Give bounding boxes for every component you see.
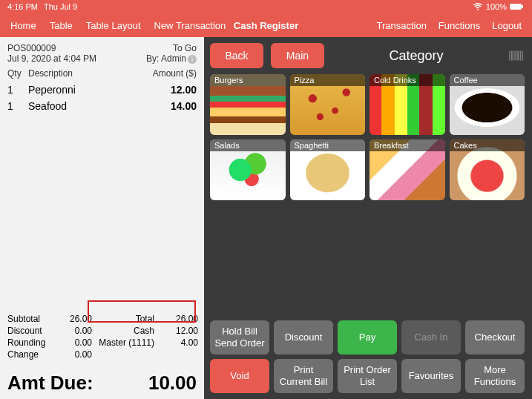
status-time: 4:16 PM [7, 2, 38, 11]
barcode-icon[interactable] [508, 49, 525, 62]
lbl-rounding: Rounding [7, 337, 52, 348]
item-desc: Peperonni [28, 84, 171, 96]
page-title: Cash Register [234, 20, 298, 31]
print-bill-button[interactable]: Print Current Bill [274, 359, 333, 393]
item-amount: 12.00 [171, 84, 197, 96]
back-button[interactable]: Back [210, 43, 263, 68]
svg-point-0 [477, 9, 479, 10]
item-qty: 1 [7, 84, 28, 96]
category-panel: Back Main Category BurgersPizzaCold Drin… [204, 37, 532, 399]
status-bar: 4:16 PM Thu Jul 9 100% [0, 0, 532, 13]
col-qty: Qty [7, 68, 28, 79]
category-spaghetti[interactable]: Spaghetti [290, 139, 366, 200]
item-amount: 14.00 [171, 100, 197, 112]
val-discount: 0.00 [55, 326, 92, 336]
val-master: 4.00 [157, 337, 198, 348]
line-item[interactable]: 1Seafood14.00 [7, 98, 197, 114]
line-item[interactable]: 1Peperonni12.00 [7, 82, 197, 98]
category-pizza[interactable]: Pizza [290, 74, 366, 135]
category-salads[interactable]: Salads [210, 139, 286, 200]
category-cakes[interactable]: Cakes [450, 139, 525, 200]
nav-transaction[interactable]: Transaction [376, 20, 426, 31]
category-label: Coffee [450, 74, 525, 86]
nav-bar: Home Table Table Layout New Transaction … [0, 13, 532, 37]
cash-in-button[interactable]: Cash In [401, 320, 461, 355]
category-label: Salads [210, 139, 286, 151]
amt-due-value: 10.00 [148, 372, 197, 395]
col-amount: Amount ($) [153, 68, 197, 79]
category-label: Spaghetti [290, 139, 366, 151]
svg-rect-2 [522, 5, 523, 8]
pay-button[interactable]: Pay [338, 320, 397, 355]
category-label: Cakes [450, 139, 525, 151]
lbl-subtotal: Subtotal [7, 314, 52, 324]
item-qty: 1 [7, 100, 28, 112]
val-change: 0.00 [55, 349, 92, 360]
favourites-button[interactable]: Favourites [401, 359, 461, 393]
category-cold-drinks[interactable]: Cold Drinks [370, 74, 445, 135]
order-datetime: Jul 9, 2020 at 4:04 PM [7, 53, 96, 64]
discount-button[interactable]: Discount [274, 320, 333, 355]
order-by: By: Admin [146, 53, 186, 64]
nav-home[interactable]: Home [10, 20, 36, 31]
status-date: Thu Jul 9 [38, 2, 473, 11]
val-rounding: 0.00 [55, 337, 92, 348]
void-button[interactable]: Void [210, 359, 269, 393]
nav-table[interactable]: Table [50, 20, 73, 31]
svg-rect-1 [510, 4, 522, 10]
nav-new-transaction[interactable]: New Transaction [154, 20, 226, 31]
info-icon[interactable]: i [188, 55, 197, 64]
col-desc: Description [28, 68, 153, 79]
order-number: POS000009 [7, 43, 96, 53]
category-burgers[interactable]: Burgers [210, 74, 286, 135]
lbl-discount: Discount [7, 326, 52, 336]
category-label: Breakfast [370, 139, 445, 151]
val-cash: 12.00 [157, 326, 198, 336]
hold-bill-button[interactable]: Hold Bill Send Order [210, 320, 269, 355]
lbl-master: Master (1111) [95, 337, 154, 348]
order-type: To Go [146, 43, 197, 53]
val-total: 26.00 [157, 314, 198, 324]
wifi-icon [473, 3, 483, 10]
battery-icon [510, 3, 525, 10]
amt-due-label: Amt Due: [7, 372, 93, 395]
print-order-list-button[interactable]: Print Order List [338, 359, 397, 393]
lbl-cash: Cash [95, 326, 154, 336]
nav-table-layout[interactable]: Table Layout [86, 20, 141, 31]
lbl-total: Total [95, 314, 154, 324]
more-functions-button[interactable]: More Functions [465, 359, 525, 393]
lbl-change: Change [7, 349, 52, 360]
category-label: Burgers [210, 74, 286, 86]
val-subtotal: 26.00 [55, 314, 92, 324]
category-title: Category [332, 48, 501, 64]
nav-functions[interactable]: Functions [439, 20, 480, 31]
checkout-button[interactable]: Checkout [465, 320, 525, 355]
category-breakfast[interactable]: Breakfast [370, 139, 445, 200]
main-button[interactable]: Main [271, 43, 324, 68]
category-coffee[interactable]: Coffee [450, 74, 525, 135]
nav-logout[interactable]: Logout [492, 20, 522, 31]
category-label: Cold Drinks [370, 74, 445, 86]
item-desc: Seafood [28, 100, 171, 112]
category-label: Pizza [290, 74, 366, 86]
battery-pct: 100% [486, 2, 507, 11]
receipt-panel: POS000009 Jul 9, 2020 at 4:04 PM To Go B… [0, 37, 204, 399]
